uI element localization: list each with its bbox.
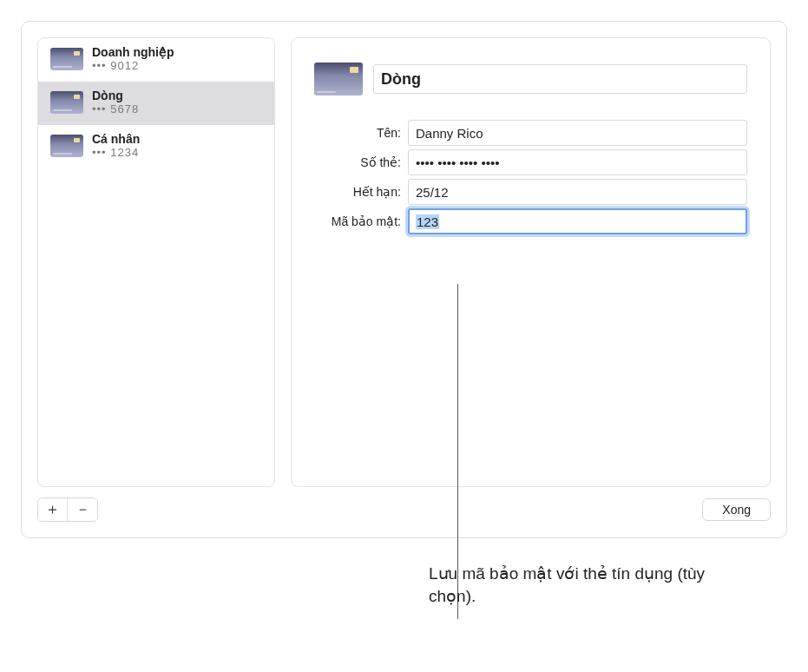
card-detail-panel: Tên: Số thẻ: Hết hạn: Mã bảo mật: 123 — [291, 37, 771, 487]
card-list-item[interactable]: Doanh nghiệp ••• 9012 — [38, 38, 274, 82]
card-number-label: Số thẻ: — [314, 155, 408, 169]
card-list: Doanh nghiệp ••• 9012 Dòng ••• 5678 Cá n… — [37, 37, 275, 487]
add-card-button[interactable]: ＋ — [38, 498, 68, 521]
card-list-item[interactable]: Dòng ••• 5678 — [38, 82, 274, 125]
credit-card-icon — [50, 48, 83, 70]
card-item-title: Cá nhân — [92, 132, 140, 146]
expiry-field[interactable] — [408, 179, 747, 205]
card-item-text: Cá nhân ••• 1234 — [92, 132, 140, 159]
name-label: Tên: — [314, 126, 408, 140]
card-item-title: Dòng — [92, 89, 139, 102]
plus-minus-control: ＋ － — [37, 497, 98, 522]
name-field[interactable] — [408, 120, 747, 146]
card-item-text: Doanh nghiệp ••• 9012 — [92, 45, 174, 72]
card-number-field[interactable] — [408, 149, 747, 175]
autofill-settings-window: Doanh nghiệp ••• 9012 Dòng ••• 5678 Cá n… — [21, 21, 787, 538]
card-description-input[interactable] — [373, 64, 747, 94]
card-detail-header — [314, 63, 747, 96]
security-code-field[interactable]: 123 — [408, 208, 747, 234]
security-code-value: 123 — [416, 214, 439, 229]
top-panel: Doanh nghiệp ••• 9012 Dòng ••• 5678 Cá n… — [37, 37, 771, 487]
card-item-number: ••• 5678 — [92, 102, 139, 115]
remove-card-button[interactable]: － — [68, 498, 97, 521]
done-button[interactable]: Xong — [702, 498, 771, 521]
card-item-number: ••• 1234 — [92, 146, 140, 159]
expiry-label: Hết hạn: — [314, 185, 408, 199]
card-item-text: Dòng ••• 5678 — [92, 89, 139, 115]
card-list-item[interactable]: Cá nhân ••• 1234 — [38, 125, 274, 168]
security-code-label: Mã bảo mật: — [314, 214, 408, 228]
card-item-title: Doanh nghiệp — [92, 45, 174, 59]
credit-card-icon — [50, 91, 83, 114]
bottom-bar: ＋ － Xong — [37, 497, 771, 522]
credit-card-icon — [50, 135, 83, 157]
callout: Lưu mã bảo mật với thẻ tín dụng (tùy chọ… — [429, 563, 724, 607]
callout-text: Lưu mã bảo mật với thẻ tín dụng (tùy chọ… — [429, 563, 724, 607]
card-item-number: ••• 9012 — [92, 59, 174, 72]
credit-card-icon — [314, 63, 363, 96]
